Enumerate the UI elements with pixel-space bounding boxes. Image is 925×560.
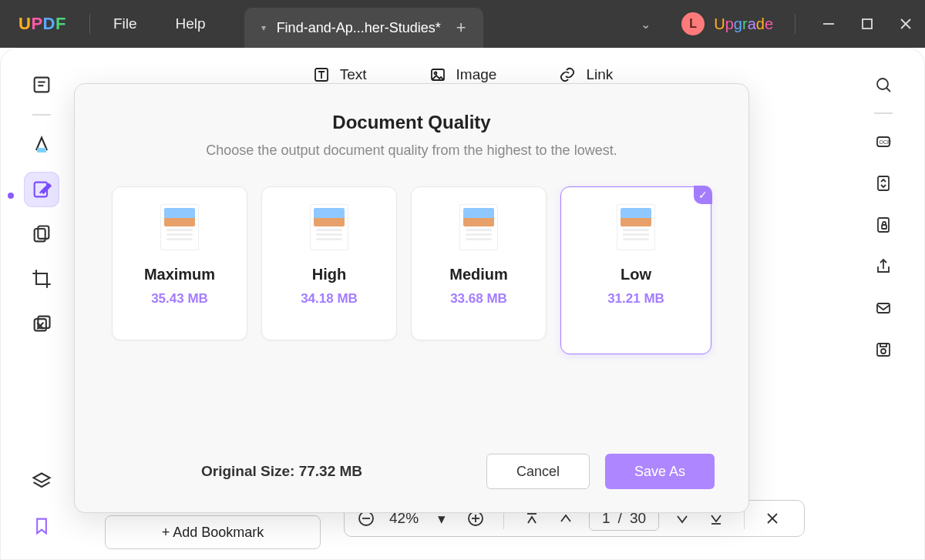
save-icon[interactable] (868, 334, 899, 365)
option-label: Medium (449, 266, 508, 283)
option-size: 33.68 MB (450, 291, 507, 307)
option-size: 31.21 MB (607, 291, 664, 307)
text-icon (312, 65, 331, 84)
menu-help[interactable]: Help (176, 15, 206, 32)
edit-text-label: Text (340, 66, 367, 83)
edit-text-button[interactable]: Text (312, 65, 367, 84)
svg-line-15 (886, 88, 890, 92)
selected-check-icon: ✓ (694, 186, 712, 204)
protect-icon[interactable] (868, 210, 899, 240)
svg-rect-1 (863, 19, 872, 29)
thumbnail-icon (459, 204, 498, 250)
save-as-button[interactable]: Save As (605, 454, 715, 489)
quality-option-maximum[interactable]: Maximum 35.43 MB (112, 186, 247, 340)
svg-point-23 (881, 349, 886, 354)
option-size: 35.43 MB (151, 291, 208, 307)
menu-separator (89, 14, 90, 34)
crop-tool-icon[interactable] (25, 262, 59, 296)
cancel-button[interactable]: Cancel (486, 454, 590, 489)
app-logo: UPDF (18, 14, 66, 34)
mail-icon[interactable] (868, 293, 899, 324)
avatar: L (681, 12, 705, 35)
edit-link-label: Link (586, 66, 613, 83)
option-label: High (312, 266, 346, 283)
rail-divider (874, 112, 893, 114)
tabs-overflow-dropdown[interactable]: ⌄ (610, 17, 681, 32)
edit-image-label: Image (456, 66, 497, 83)
dialog-title: Document Quality (109, 112, 715, 133)
svg-rect-24 (880, 344, 886, 347)
quality-option-medium[interactable]: Medium 33.68 MB (411, 186, 547, 340)
window-controls (809, 0, 925, 48)
document-tab[interactable]: ▾ Find-and-Ap...her-Studies* + (244, 8, 483, 48)
thumbnail-icon (160, 204, 199, 250)
option-size: 34.18 MB (301, 291, 358, 307)
tab-dropdown-icon[interactable]: ▾ (261, 22, 266, 33)
svg-rect-21 (877, 303, 890, 313)
layers-tool-icon[interactable] (25, 307, 59, 340)
menu-file[interactable]: File (113, 15, 137, 32)
quality-optionsReflectionList: Maximum 35.43 MB High 34.18 MB Medium 33… (109, 186, 715, 354)
svg-point-29 (434, 72, 436, 75)
upgrade-label: Upgrade (714, 15, 773, 33)
share-icon[interactable] (868, 251, 899, 282)
search-icon[interactable] (868, 69, 899, 100)
svg-rect-4 (35, 78, 49, 92)
rail-divider (32, 114, 51, 116)
tab-add-icon[interactable]: + (452, 18, 466, 38)
upgrade-button[interactable]: L Upgrade (681, 12, 773, 35)
original-size-label: Original Size: 77.32 MB (201, 463, 362, 480)
ocr-icon[interactable]: OCR (868, 126, 899, 157)
add-bookmark-button[interactable]: + Add Bookmark (105, 515, 321, 549)
window-close-icon[interactable] (886, 0, 925, 48)
layers-panel-icon[interactable] (25, 464, 59, 498)
tab-title: Find-and-Ap...her-Studies* (277, 20, 441, 36)
highlight-tool-icon[interactable] (25, 128, 59, 162)
window-maximize-icon[interactable] (848, 0, 886, 48)
svg-text:OCR: OCR (880, 139, 892, 145)
convert-icon[interactable] (868, 168, 899, 199)
link-icon (558, 65, 577, 84)
svg-rect-20 (882, 225, 886, 229)
svg-point-14 (877, 79, 888, 89)
svg-rect-18 (878, 176, 889, 190)
document-quality-dialog: Document Quality Choose the output docum… (74, 83, 749, 513)
reader-tool-icon[interactable] (25, 68, 59, 102)
title-bar: UPDF File Help ▾ Find-and-Ap...her-Studi… (0, 0, 925, 48)
window-minimize-icon[interactable] (809, 0, 848, 48)
app-body: OCR Text Image Link Book int + Add (0, 48, 925, 560)
left-tool-rail (11, 55, 72, 552)
image-icon (429, 65, 447, 84)
bookmark-panel-icon[interactable] (25, 509, 59, 543)
thumbnail-icon (617, 204, 655, 250)
edit-link-button[interactable]: Link (558, 65, 613, 84)
thumbnail-icon (310, 204, 348, 250)
window-separator (795, 14, 796, 34)
edit-tool-icon[interactable] (25, 173, 59, 206)
dialog-subtitle: Choose the output document quality from … (109, 143, 715, 159)
dialog-footer: Original Size: 77.32 MB Cancel Save As (109, 454, 715, 489)
right-tool-rail: OCR (853, 55, 914, 552)
close-bar-icon[interactable] (762, 508, 783, 529)
option-label: Low (621, 266, 651, 283)
quality-option-low[interactable]: ✓ Low 31.21 MB (560, 186, 711, 354)
edit-image-button[interactable]: Image (429, 65, 497, 84)
copy-tool-icon[interactable] (25, 217, 59, 251)
quality-option-high[interactable]: High 34.18 MB (261, 186, 397, 340)
option-label: Maximum (144, 266, 215, 283)
